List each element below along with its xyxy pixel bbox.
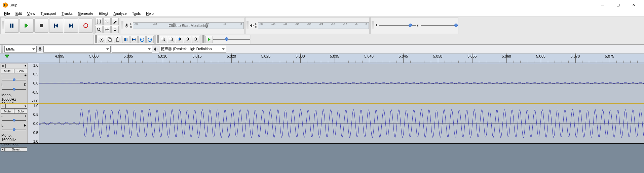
menu-bar: File Edit View Transport Tracks Generate… <box>0 10 644 17</box>
svg-rect-7 <box>72 24 73 28</box>
cut-button[interactable] <box>98 36 105 43</box>
pause-button[interactable] <box>5 19 19 33</box>
rec-channels-combo[interactable] <box>112 46 152 53</box>
play-speed-toolbar <box>201 35 251 44</box>
svg-point-8 <box>84 24 88 28</box>
speaker-icon <box>249 23 255 28</box>
vertical-scale[interactable]: 1.00.50.0-0.5-1.0 <box>28 63 39 103</box>
track-select-button[interactable]: Select <box>5 147 27 151</box>
redo-button[interactable] <box>146 36 154 43</box>
grip-icon[interactable] <box>121 22 123 30</box>
record-button[interactable] <box>79 19 93 33</box>
vertical-scale[interactable]: 1.00.50.0-0.5-1.0 <box>28 104 39 143</box>
svg-rect-17 <box>116 38 119 41</box>
undo-button[interactable] <box>138 36 146 43</box>
record-meter-toolbar: LR Click to Start Monitoring -54-48-42-1… <box>120 17 244 34</box>
menu-help[interactable]: Help <box>143 11 156 16</box>
mute-button[interactable]: Mute <box>1 69 14 73</box>
timeline-ruler[interactable]: 4.9955.0005.0055.0105.0155.0205.0255.030… <box>0 54 644 63</box>
track-menu-button[interactable]: ▾ <box>5 104 27 109</box>
menu-generate[interactable]: Generate <box>75 11 96 16</box>
gain-slider[interactable] <box>2 78 26 82</box>
solo-button[interactable]: Solo <box>14 109 28 114</box>
track-info: Mono, 16000Hz32-bit float <box>1 133 27 147</box>
zoom-toggle-button[interactable] <box>192 36 199 43</box>
skip-start-button[interactable] <box>49 19 63 33</box>
menu-analyze[interactable]: Analyze <box>111 11 129 16</box>
stop-button[interactable] <box>34 19 48 33</box>
minimize-button[interactable]: ─ <box>595 0 610 10</box>
waveform-display[interactable] <box>39 104 644 143</box>
menu-effect[interactable]: Effect <box>96 11 111 16</box>
host-combo[interactable]: MME <box>4 46 37 53</box>
tools-toolbar <box>94 17 119 34</box>
app-icon <box>3 2 8 8</box>
paste-button[interactable] <box>114 36 121 43</box>
meter-lr-label: LR <box>129 23 133 28</box>
pan-slider[interactable] <box>2 88 26 92</box>
svg-rect-33 <box>179 38 180 40</box>
menu-tracks[interactable]: Tracks <box>59 11 75 16</box>
menu-tools[interactable]: Tools <box>129 11 144 16</box>
zoom-fit-button[interactable] <box>184 36 191 43</box>
grip-icon[interactable] <box>372 22 374 30</box>
timeshift-tool-button[interactable] <box>103 26 111 33</box>
grip-icon[interactable] <box>2 22 4 30</box>
pan-slider[interactable] <box>2 128 26 132</box>
svg-line-10 <box>100 30 101 32</box>
mute-button[interactable]: Mute <box>1 109 14 114</box>
grip-icon[interactable] <box>1 45 3 53</box>
skip-end-button[interactable] <box>64 19 78 33</box>
waveform-display[interactable] <box>39 63 644 103</box>
rec-device-combo[interactable] <box>43 46 111 53</box>
speed-slider[interactable] <box>213 36 250 43</box>
play-at-speed-button[interactable] <box>205 36 213 43</box>
svg-rect-16 <box>109 39 111 41</box>
mixer-toolbar <box>370 17 458 34</box>
play-meter-toolbar: LR -54-48-42-36-30-24-18-12-60 <box>245 17 370 34</box>
menu-view[interactable]: View <box>25 11 38 16</box>
maximize-button[interactable]: ▢ <box>610 0 626 10</box>
collapse-button[interactable]: ▴ <box>1 147 5 151</box>
track-close-button[interactable]: × <box>1 104 5 109</box>
zoom-sel-button[interactable] <box>176 36 183 43</box>
zoom-tool-button[interactable] <box>95 26 103 33</box>
grip-icon[interactable] <box>157 35 159 43</box>
draw-tool-button[interactable] <box>111 18 119 25</box>
track-1[interactable]: × ▾ Mute Solo -+ LR Mono, 16000Hz32-bit … <box>0 63 644 103</box>
window-title: .aup <box>10 3 595 7</box>
close-button[interactable]: ✕ <box>626 0 641 10</box>
play-button[interactable] <box>20 19 34 33</box>
track-close-button[interactable]: × <box>1 64 5 68</box>
track-menu-button[interactable]: ▾ <box>5 64 27 68</box>
zoom-out-button[interactable] <box>168 36 175 43</box>
menu-edit[interactable]: Edit <box>13 11 25 16</box>
menu-file[interactable]: File <box>1 11 13 16</box>
grip-icon[interactable] <box>247 22 249 30</box>
multi-tool-button[interactable] <box>111 26 119 33</box>
play-meter[interactable]: -54-48-42-36-30-24-18-12-60 <box>258 22 369 29</box>
track-2[interactable]: × ▾ Mute Solo -+ LR Mono, 16000Hz32-bit … <box>0 103 644 144</box>
copy-button[interactable] <box>106 36 113 43</box>
svg-point-0 <box>3 3 8 7</box>
rec-volume-slider[interactable] <box>379 22 416 29</box>
play-device-combo[interactable]: 扬声器 (Realtek High Definition <box>159 46 226 53</box>
trim-button[interactable] <box>122 36 129 43</box>
solo-button[interactable]: Solo <box>14 69 28 73</box>
tracks-area: × ▾ Mute Solo -+ LR Mono, 16000Hz32-bit … <box>0 63 644 144</box>
selection-tool-button[interactable] <box>95 18 103 25</box>
svg-rect-12 <box>376 24 377 26</box>
svg-rect-4 <box>12 24 13 28</box>
svg-line-36 <box>196 40 198 41</box>
mic-icon <box>124 23 129 28</box>
menu-transport[interactable]: Transport <box>38 11 59 16</box>
silence-button[interactable] <box>130 36 138 43</box>
record-meter[interactable]: Click to Start Monitoring -54-48-42-12-6… <box>133 22 244 29</box>
grip-icon[interactable] <box>202 35 204 43</box>
zoom-in-button[interactable] <box>160 36 167 43</box>
grip-icon[interactable] <box>95 35 97 43</box>
play-volume-slider[interactable] <box>421 22 458 29</box>
gain-slider[interactable] <box>2 118 26 123</box>
envelope-tool-button[interactable] <box>103 18 111 25</box>
svg-rect-18 <box>117 37 118 38</box>
